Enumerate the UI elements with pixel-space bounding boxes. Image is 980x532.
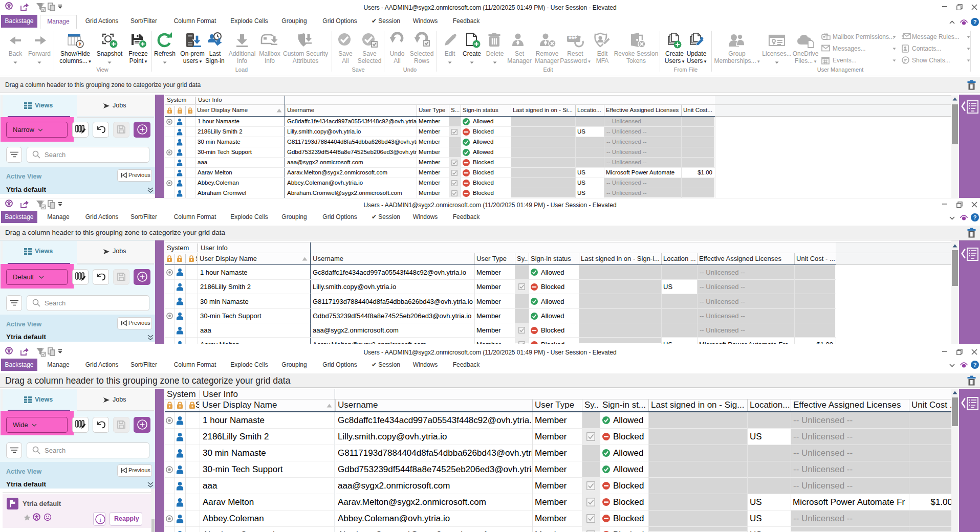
- svg-text:?: ?: [973, 362, 977, 368]
- svg-text:i: i: [99, 516, 101, 523]
- svg-text:?: ?: [973, 214, 977, 220]
- svg-text:?: ?: [973, 19, 977, 25]
